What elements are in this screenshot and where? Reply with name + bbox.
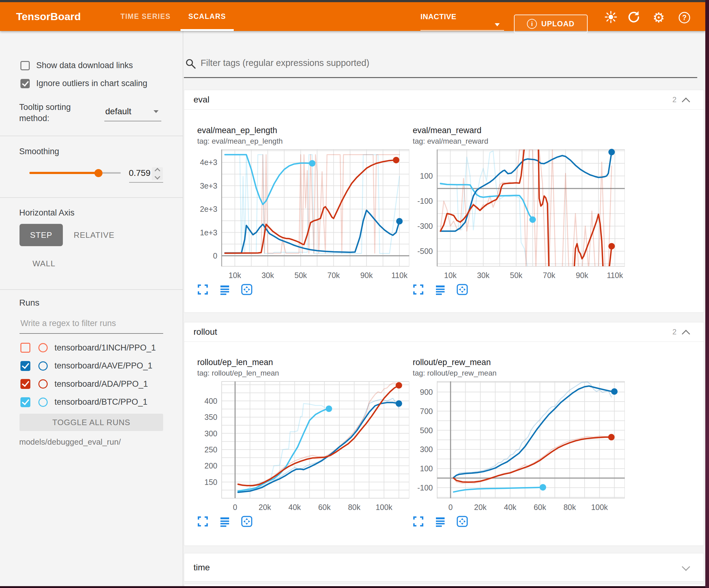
chart-rollout-ep-rew-mean: rollout/ep_rew_mean tag: rollout/ep_rew_…	[408, 357, 625, 530]
runs-list-icon[interactable]	[435, 284, 446, 297]
dropdown-arrow-icon	[495, 23, 500, 26]
tag-filter-underline	[184, 77, 697, 78]
section-header-time[interactable]: time	[184, 553, 704, 582]
svg-text:70k: 70k	[327, 271, 340, 280]
run-row[interactable]: tensorboard/1INCH/PPO_1	[21, 339, 156, 357]
svg-text:100k: 100k	[375, 503, 393, 512]
run-checkbox[interactable]	[21, 361, 30, 371]
runs-list: tensorboard/1INCH/PPO_1tensorboard/AAVE/…	[21, 339, 156, 411]
help-icon[interactable]: ?	[679, 12, 690, 24]
chart-plot[interactable]: 900700500300100-100020k40k60k80k100k	[408, 379, 625, 512]
window-bottom-strip	[0, 586, 709, 588]
svg-text:20k: 20k	[259, 503, 271, 512]
run-color-circle	[38, 398, 48, 407]
axis-step-button[interactable]: STEP	[20, 224, 63, 246]
section-title: time	[193, 553, 210, 582]
svg-text:-300: -300	[417, 222, 433, 230]
fit-data-icon[interactable]	[241, 284, 253, 297]
run-checkbox[interactable]	[21, 343, 30, 353]
chart-plot[interactable]: 150200250300350400020k40k60k80k100k	[192, 379, 409, 512]
svg-text:200: 200	[204, 461, 217, 470]
fullscreen-icon[interactable]	[197, 515, 209, 529]
stepper-up-icon[interactable]	[155, 168, 160, 173]
svg-text:100k: 100k	[591, 503, 608, 512]
toggle-all-runs-button[interactable]: TOGGLE ALL RUNS	[20, 414, 163, 431]
chart-title: eval/mean_ep_length	[197, 126, 277, 135]
select-arrow-icon	[154, 110, 159, 113]
refresh-icon[interactable]	[627, 10, 640, 25]
fullscreen-icon[interactable]	[197, 284, 209, 297]
runs-list-icon[interactable]	[219, 515, 231, 529]
runs-list-icon[interactable]	[219, 284, 231, 297]
svg-text:110k: 110k	[607, 271, 623, 280]
section-title: rollout	[193, 322, 217, 341]
tag-filter-input[interactable]	[200, 58, 635, 69]
chevron-up-icon[interactable]	[682, 330, 690, 338]
svg-text:2e+3: 2e+3	[200, 205, 217, 213]
fullscreen-icon[interactable]	[412, 284, 424, 297]
run-color-circle	[38, 343, 48, 352]
svg-text:100: 100	[420, 464, 433, 473]
info-icon: i	[527, 19, 537, 29]
run-row[interactable]: tensorboard/AAVE/PPO_1	[21, 357, 156, 375]
chevron-down-icon[interactable]	[682, 563, 690, 571]
smoothing-label: Smoothing	[19, 147, 59, 156]
axis-relative-button[interactable]: RELATIVE	[74, 224, 114, 246]
runs-list-icon[interactable]	[435, 515, 446, 529]
status-dropdown-underline	[420, 30, 504, 31]
setting-label: Show data download links	[36, 61, 133, 70]
fullscreen-icon[interactable]	[412, 515, 424, 529]
chart-tag: tag: eval/mean_reward	[413, 137, 488, 146]
tooltip-sorting-select[interactable]: default	[105, 106, 131, 117]
run-row[interactable]: tensorboard/ADA/PPO_1	[21, 375, 156, 393]
chart-tag: tag: rollout/ep_rew_mean	[413, 369, 497, 378]
svg-text:10k: 10k	[444, 271, 457, 280]
setting-show-download-links[interactable]: Show data download links	[21, 61, 133, 70]
smoothing-slider-thumb[interactable]	[95, 169, 103, 177]
runs-filter-input[interactable]	[20, 318, 163, 329]
fit-data-icon[interactable]	[456, 284, 468, 297]
section-header-rollout[interactable]: rollout 2	[184, 322, 704, 342]
svg-text:1e+3: 1e+3	[200, 228, 217, 237]
setting-ignore-outliers[interactable]: Ignore outliers in chart scaling	[21, 79, 148, 88]
section-header-eval[interactable]: eval 2	[184, 90, 704, 110]
chart-title: eval/mean_reward	[413, 126, 481, 135]
chart-plot[interactable]: 01e+32e+33e+34e+310k30k50k70k90k110k	[192, 147, 409, 281]
settings-icon[interactable]: ⚙	[653, 11, 665, 24]
run-checkbox[interactable]	[21, 397, 30, 407]
run-checkbox[interactable]	[21, 379, 30, 389]
svg-text:90k: 90k	[576, 271, 588, 280]
setting-label: Ignore outliers in chart scaling	[36, 79, 148, 88]
checkbox-show-download-links[interactable]	[21, 61, 30, 70]
chart-toolbar	[412, 515, 468, 529]
status-dropdown[interactable]: INACTIVE	[420, 2, 456, 31]
svg-text:10k: 10k	[229, 271, 241, 280]
fit-data-icon[interactable]	[241, 515, 253, 529]
svg-text:60k: 60k	[534, 503, 547, 512]
runs-filter-underline	[20, 333, 163, 334]
section-card-time: time	[184, 553, 704, 582]
svg-text:0: 0	[213, 251, 217, 260]
divider	[0, 289, 183, 290]
brightness-icon[interactable]	[604, 10, 618, 25]
smoothing-value-input[interactable]	[126, 168, 151, 178]
stepper-down-icon[interactable]	[155, 174, 160, 179]
svg-text:80k: 80k	[563, 503, 576, 512]
tab-scalars[interactable]: SCALARS	[181, 2, 234, 31]
window-right-strip	[705, 0, 709, 588]
active-tab-indicator	[181, 29, 234, 31]
svg-text:900: 900	[420, 388, 433, 397]
chart-tag: tag: rollout/ep_len_mean	[197, 369, 279, 378]
svg-text:80k: 80k	[348, 503, 361, 512]
tab-time-series[interactable]: TIME SERIES	[114, 2, 177, 31]
checkbox-ignore-outliers[interactable]	[21, 79, 30, 88]
chevron-up-icon[interactable]	[682, 98, 690, 106]
run-row[interactable]: tensorboard/BTC/PPO_1	[21, 393, 156, 411]
fit-data-icon[interactable]	[456, 515, 468, 529]
upload-button[interactable]: i UPLOAD	[514, 15, 588, 33]
smoothing-stepper[interactable]	[152, 167, 163, 180]
axis-wall-button[interactable]: WALL	[32, 255, 55, 272]
svg-text:100: 100	[420, 172, 433, 180]
svg-text:-100: -100	[417, 197, 433, 205]
chart-plot[interactable]: 100-100-300-50010k30k50k70k90k110k	[408, 147, 625, 281]
